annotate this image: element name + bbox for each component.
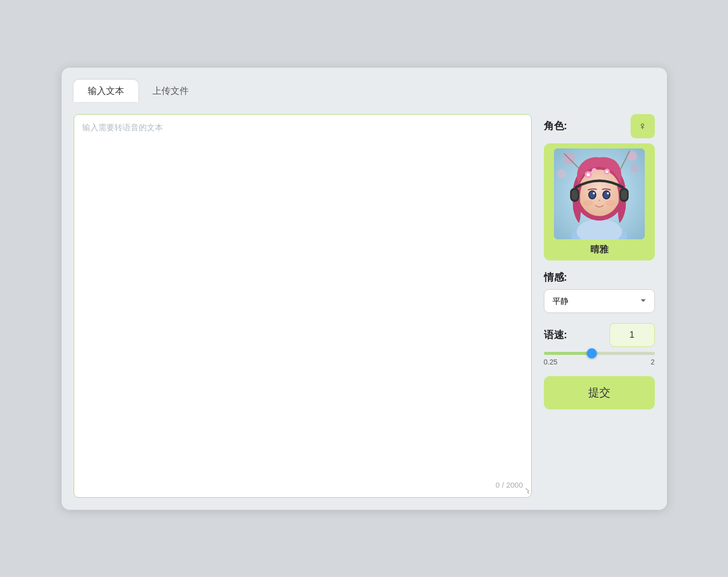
- svg-point-13: [587, 173, 590, 176]
- svg-point-21: [593, 192, 595, 194]
- speed-range-labels: 0.25 2: [544, 358, 655, 366]
- speed-section: 语速: 0.25 2: [544, 323, 655, 366]
- character-portrait: [554, 148, 645, 239]
- emotion-section: 情感: 平静 开心 悲伤 愤怒 惊讶: [544, 271, 655, 313]
- gender-icon-button[interactable]: ♀: [631, 114, 655, 138]
- female-icon: ♀: [638, 120, 647, 133]
- svg-rect-27: [572, 190, 578, 200]
- textarea-wrapper: 0 / 2000: [74, 114, 532, 498]
- char-count: 0 / 2000: [82, 481, 523, 489]
- svg-point-11: [578, 170, 621, 216]
- tab-input-text[interactable]: 输入文本: [74, 80, 138, 102]
- svg-point-14: [592, 168, 597, 173]
- speed-slider[interactable]: [544, 352, 655, 355]
- tab-upload-file[interactable]: 上传文件: [138, 80, 203, 102]
- character-card[interactable]: 晴雅: [544, 143, 655, 260]
- svg-rect-29: [621, 190, 627, 200]
- role-label: 角色:: [544, 119, 568, 133]
- app-container: 输入文本 上传文件 0 / 2000 角色: ♀: [62, 68, 667, 510]
- submit-button[interactable]: 提交: [544, 376, 655, 409]
- speed-header: 语速:: [544, 323, 655, 347]
- speed-slider-wrapper: 0.25 2: [544, 352, 655, 366]
- svg-point-4: [557, 169, 566, 178]
- svg-point-25: [605, 200, 615, 206]
- svg-point-24: [583, 200, 593, 206]
- svg-point-16: [605, 170, 608, 173]
- speed-min-label: 0.25: [544, 358, 557, 366]
- svg-point-3: [631, 165, 639, 173]
- character-image: [554, 148, 645, 239]
- svg-point-19: [589, 191, 595, 198]
- speed-value-input[interactable]: [609, 323, 655, 347]
- text-input[interactable]: [82, 123, 523, 477]
- speed-max-label: 2: [651, 358, 655, 366]
- textarea-section: 0 / 2000: [74, 114, 532, 498]
- svg-point-20: [603, 191, 609, 198]
- role-section: 角色: ♀: [544, 114, 655, 260]
- svg-point-22: [607, 192, 609, 194]
- character-name: 晴雅: [590, 243, 608, 255]
- tab-bar: 输入文本 上传文件: [74, 80, 655, 102]
- emotion-select[interactable]: 平静 开心 悲伤 愤怒 惊讶: [544, 289, 655, 313]
- emotion-label: 情感:: [544, 271, 655, 284]
- svg-point-23: [598, 199, 600, 201]
- speed-label: 语速:: [544, 328, 568, 342]
- right-panel: 角色: ♀: [544, 114, 655, 409]
- role-header: 角色: ♀: [544, 114, 655, 138]
- resize-handle[interactable]: [522, 488, 529, 495]
- main-layout: 0 / 2000 角色: ♀: [74, 114, 655, 498]
